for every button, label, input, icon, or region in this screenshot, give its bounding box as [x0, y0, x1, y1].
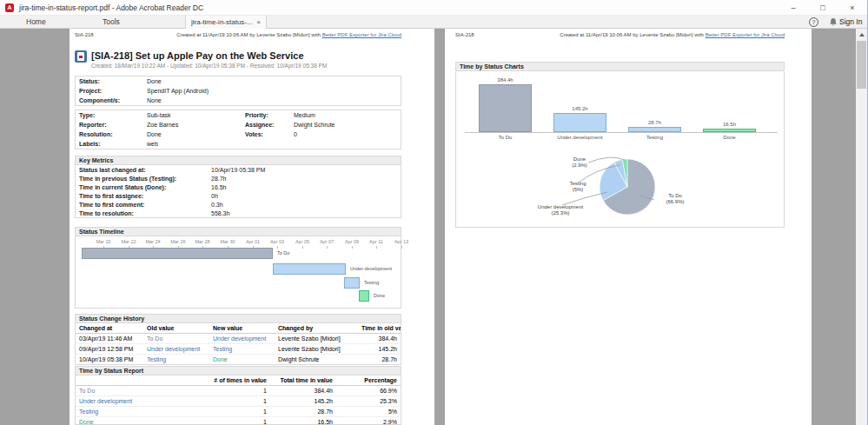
cell-status: Done	[76, 417, 204, 425]
field-label: Assignee:	[242, 120, 290, 129]
vertical-scrollbar[interactable]	[856, 29, 867, 425]
timeline-bar-todo	[82, 248, 273, 259]
field-label: Status:	[76, 76, 143, 86]
notifications-bell-icon[interactable]	[829, 17, 838, 27]
close-button[interactable]: ×	[838, 0, 867, 16]
scrollbar-up-arrow-icon[interactable]	[856, 29, 867, 40]
field-label: Priority:	[242, 110, 290, 120]
pie-label-name: Done	[573, 156, 586, 162]
table-header-row: # of times in value Total time in value …	[76, 375, 401, 386]
table-row: 09/Apr/19 12:58 PM Under development Tes…	[76, 344, 401, 355]
key-metrics-box: Status last changed at:10/Apr/19 05:38 P…	[75, 165, 401, 218]
metric-value: 16.5h	[208, 183, 401, 191]
table-row: Time to resolution:558.3h	[76, 209, 401, 217]
pie-chart	[456, 72, 785, 228]
field-value: Medium	[290, 110, 401, 120]
minimize-button[interactable]: –	[779, 0, 808, 16]
table-row: Labels:web	[76, 139, 401, 149]
time-by-status-report-heading: Time by Status Report	[75, 366, 401, 375]
cell-time: 145.2h	[358, 344, 401, 355]
column-header	[76, 375, 204, 386]
pie-label-name: Under development	[538, 204, 583, 209]
metric-label: Time to first assignee:	[76, 191, 208, 200]
table-row: Testing 1 28.7h 5%	[76, 407, 401, 417]
axis-tick-label: Apr 11	[363, 239, 389, 244]
cell-total: 384.4h	[270, 386, 336, 396]
timeline-bar-label: To Do	[277, 250, 289, 256]
pie-label-done: Done (2.9%)	[559, 156, 600, 169]
tab-home[interactable]: Home	[26, 16, 46, 28]
table-row: Type:Sub-task Priority:Medium	[76, 110, 401, 120]
timeline-bar-testing	[344, 277, 360, 289]
field-value	[290, 139, 401, 149]
help-icon[interactable]: ?	[809, 17, 818, 27]
issue-header: [SIA-218] Set up Apple Pay on the Web Se…	[75, 50, 401, 69]
timeline-bar-label: Testing	[364, 280, 379, 285]
pdf-page-header: SIA-218 Created at 11/Apr/19 10:06 AM by…	[75, 32, 401, 37]
metric-label: Time to first comment:	[76, 200, 208, 209]
field-value: Done	[143, 76, 401, 86]
table-row: Project:SpendIT App (Android)	[76, 86, 401, 96]
page-header-created-line: Created at 11/Apr/19 10:06 AM by Levente…	[560, 32, 785, 37]
table-row: To Do 1 384.4h 66.9%	[76, 386, 401, 396]
timeline-bar-label: Done	[374, 293, 385, 298]
table-row: Resolution:Done Votes:0	[76, 129, 401, 139]
column-header: # of times in value	[204, 375, 270, 386]
cell-total: 16.5h	[270, 417, 336, 425]
status-change-history-heading: Status Change History	[75, 314, 401, 323]
maximize-button[interactable]: □	[808, 0, 838, 16]
axis-tick-label: Apr 01	[240, 239, 266, 244]
window-title: jira-time-in-status-report.pdf - Adobe A…	[19, 3, 203, 12]
sign-in-button[interactable]: Sign In	[839, 16, 862, 28]
document-tab-label: jira-time-in-status-...	[191, 18, 253, 26]
field-value: 0	[290, 129, 401, 139]
cell-old-value: Testing	[143, 355, 209, 365]
exporter-link[interactable]: Better PDF Exporter for Jira Cloud	[706, 32, 785, 37]
tab-tools[interactable]: Tools	[103, 16, 120, 28]
tab-document[interactable]: jira-time-in-status-... ×	[185, 16, 267, 29]
timeline-bar-label: Under development	[350, 266, 392, 271]
axis-tick-label: Mar 22	[116, 239, 142, 244]
metric-value: 0h	[208, 191, 401, 200]
table-row: Status last changed at:10/Apr/19 05:38 P…	[76, 165, 401, 174]
cell-percentage: 25.3%	[336, 396, 401, 407]
axis-tick-label: Apr 13	[388, 239, 414, 244]
page-header-issue-key: SIA-218	[455, 32, 474, 37]
page-header-issue-key: SIA-218	[75, 32, 94, 37]
axis-tick-label: Apr 03	[264, 239, 290, 244]
created-text: Created at 11/Apr/19 10:06 AM by Levente…	[560, 32, 704, 37]
scrollbar-thumb[interactable]	[857, 41, 866, 89]
cell-changed-by: Dwight Schrute	[275, 355, 358, 365]
pie-label-under-development: Under development (25.3%)	[507, 204, 614, 216]
cell-changed-at: 03/Apr/19 11:46 AM	[76, 334, 143, 344]
cell-changed-by: Levente Szabo [Midori]	[275, 334, 358, 344]
field-value: Zoe Barnes	[143, 120, 242, 129]
field-value: None	[143, 96, 401, 105]
column-header: Percentage	[336, 375, 401, 386]
field-label: Resolution:	[76, 129, 143, 139]
column-header: Changed by	[275, 323, 358, 334]
table-header-row: Changed at Old value New value Changed b…	[76, 323, 401, 334]
tab-close-icon[interactable]: ×	[256, 18, 261, 26]
status-change-history-table: Changed at Old value New value Changed b…	[75, 323, 401, 365]
subtask-type-icon	[75, 50, 87, 63]
field-label: Type:	[76, 110, 143, 120]
issue-summary-box: Status:Done Project:SpendIT App (Android…	[75, 76, 401, 106]
pdf-page-header: SIA-218 Created at 11/Apr/19 10:06 AM by…	[455, 32, 785, 37]
pie-label-testing: Testing (5%)	[557, 181, 599, 193]
field-label: Labels:	[76, 139, 143, 149]
cell-total: 28.7h	[270, 407, 336, 417]
table-row: 03/Apr/19 11:46 AM To Do Under developme…	[76, 334, 401, 344]
exporter-link[interactable]: Better PDF Exporter for Jira Cloud	[322, 32, 401, 37]
axis-tick-label: Mar 24	[140, 239, 166, 244]
axis-tick-label: Mar 26	[165, 239, 191, 244]
acrobat-window: A jira-time-in-status-report.pdf - Adobe…	[0, 0, 868, 425]
column-header: Time in old value	[358, 323, 401, 334]
pdf-page-report: SIA-218 Created at 11/Apr/19 10:06 AM by…	[70, 29, 434, 425]
axis-tick-label: Apr 05	[289, 239, 315, 244]
pie-label-name: To Do	[668, 193, 682, 198]
table-row: Status:Done	[76, 76, 401, 86]
cell-changed-at: 09/Apr/19 12:58 PM	[76, 344, 143, 355]
title-bar: A jira-time-in-status-report.pdf - Adobe…	[0, 0, 867, 16]
pie-label-pct: (2.9%)	[572, 163, 587, 168]
